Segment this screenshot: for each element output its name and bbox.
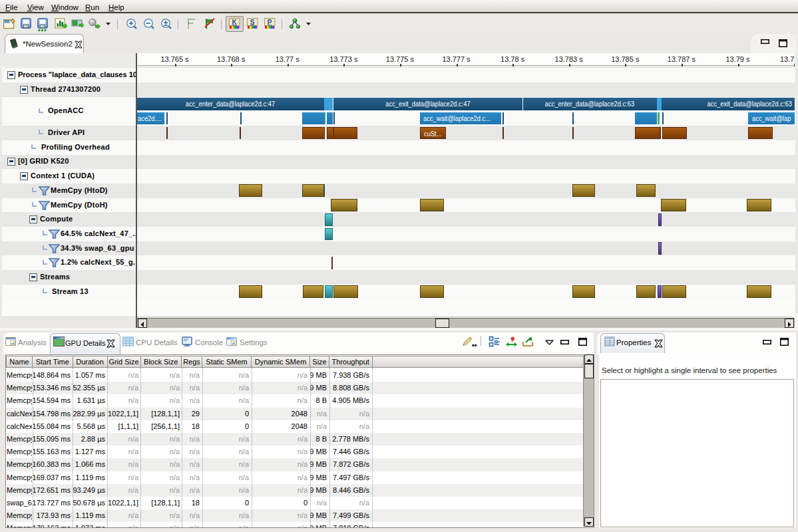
svg-text:K: K	[232, 19, 237, 26]
svg-text:S: S	[250, 19, 255, 26]
svg-text:P: P	[268, 19, 272, 26]
